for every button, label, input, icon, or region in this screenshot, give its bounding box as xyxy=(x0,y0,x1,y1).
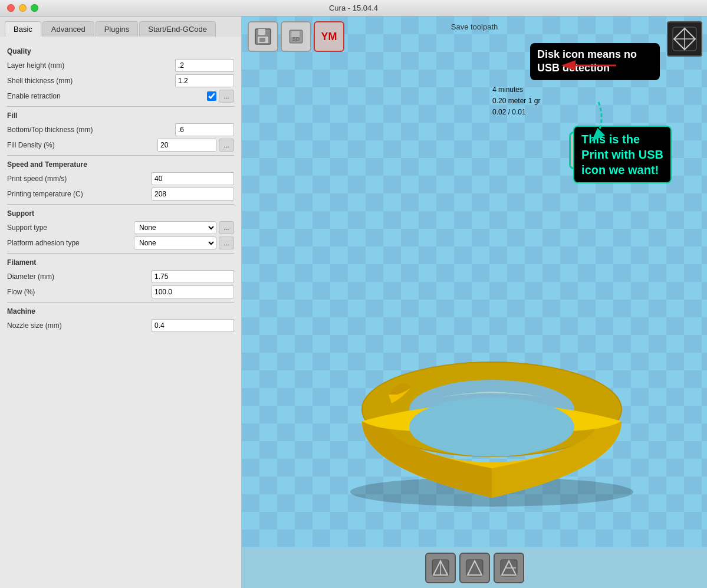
nozzle-size-input[interactable] xyxy=(152,319,234,332)
view-btn-1[interactable] xyxy=(425,553,456,583)
flow-row: Flow (%) xyxy=(7,285,234,298)
close-button[interactable] xyxy=(7,4,15,12)
tab-plugins[interactable]: Plugins xyxy=(96,21,139,37)
titlebar: Cura - 15.04.4 xyxy=(0,0,707,17)
3d-ring-object xyxy=(321,285,663,511)
enable-retraction-label: Enable retraction xyxy=(7,92,207,100)
left-panel: Basic Advanced Plugins Start/End-GCode Q… xyxy=(0,17,242,588)
tab-advanced[interactable]: Advanced xyxy=(42,21,94,37)
print-info-time: 4 minutes xyxy=(492,84,540,96)
nozzle-size-label: Nozzle size (mm) xyxy=(7,321,152,330)
save-toolpath-label: Save toolpath xyxy=(451,22,498,31)
print-speed-row: Print speed (mm/s) xyxy=(7,172,234,185)
fill-section-header: Fill xyxy=(7,111,234,120)
platform-adhesion-label: Platform adhesion type xyxy=(7,239,134,247)
app-title: Cura - 15.04.4 xyxy=(329,4,378,12)
support-type-more-btn[interactable]: ... xyxy=(219,221,234,234)
layer-height-input[interactable] xyxy=(175,59,234,72)
minimize-button[interactable] xyxy=(19,4,27,12)
platform-adhesion-select[interactable]: None Brim Raft xyxy=(134,236,216,249)
filament-section-header: Filament xyxy=(7,258,234,267)
fill-density-label: Fill Density (%) xyxy=(7,141,157,149)
save-file-button[interactable] xyxy=(248,21,278,52)
maximize-button[interactable] xyxy=(31,4,38,12)
printing-temperature-row: Printing temperature (C) xyxy=(7,188,234,201)
platform-adhesion-more-btn[interactable]: ... xyxy=(219,236,234,249)
dashed-arrow-annotation xyxy=(575,99,622,148)
print-info-ratio: 0.02 / 0.01 xyxy=(492,107,540,118)
print-speed-label: Print speed (mm/s) xyxy=(7,175,152,183)
print-info-material: 0.20 meter 1 gr xyxy=(492,96,540,107)
support-section-header: Support xyxy=(7,209,234,218)
machine-section-header: Machine xyxy=(7,307,234,316)
tab-basic[interactable]: Basic xyxy=(5,21,41,37)
printing-temperature-label: Printing temperature (C) xyxy=(7,190,152,198)
diameter-input[interactable] xyxy=(152,270,234,283)
svg-rect-3 xyxy=(259,38,265,42)
quality-section-header: Quality xyxy=(7,47,234,55)
right-panel: Save toolpath SD YM xyxy=(242,17,707,588)
printing-temperature-input[interactable] xyxy=(152,188,234,201)
svg-point-25 xyxy=(409,398,574,456)
support-type-row: Support type None Touching buildplate Ev… xyxy=(7,221,234,234)
window-controls xyxy=(7,4,38,12)
flow-input[interactable] xyxy=(152,285,234,298)
settings-panel: Quality Layer height (mm) Shell thicknes… xyxy=(0,37,241,588)
support-type-select[interactable]: None Touching buildplate Everywhere xyxy=(134,221,216,234)
svg-rect-1 xyxy=(258,29,265,35)
print-info: 4 minutes 0.20 meter 1 gr 0.02 / 0.01 xyxy=(492,84,540,119)
diameter-row: Diameter (mm) xyxy=(7,270,234,283)
fill-density-input[interactable] xyxy=(157,139,216,152)
diameter-label: Diameter (mm) xyxy=(7,272,152,281)
layer-height-label: Layer height (mm) xyxy=(7,61,175,70)
platform-adhesion-row: Platform adhesion type None Brim Raft ..… xyxy=(7,236,234,249)
bottom-toolbar xyxy=(242,548,707,588)
tab-start-end-gcode[interactable]: Start/End-GCode xyxy=(139,21,216,37)
view-btn-2[interactable] xyxy=(459,553,490,583)
corner-logo xyxy=(667,21,702,57)
shell-thickness-input[interactable] xyxy=(175,74,234,87)
save-to-sd-button[interactable]: SD xyxy=(281,21,311,52)
flow-label: Flow (%) xyxy=(7,288,152,296)
support-type-label: Support type xyxy=(7,224,134,232)
tabs-container: Basic Advanced Plugins Start/End-GCode xyxy=(0,17,241,37)
bottom-top-thickness-label: Bottom/Top thickness (mm) xyxy=(7,126,175,134)
red-arrow-annotation xyxy=(554,57,619,76)
print-speed-input[interactable] xyxy=(152,172,234,185)
shell-thickness-row: Shell thickness (mm) xyxy=(7,74,234,87)
enable-retraction-checkbox[interactable] xyxy=(207,91,216,101)
view-btn-3[interactable] xyxy=(494,553,524,583)
enable-retraction-more-btn[interactable]: ... xyxy=(219,90,234,103)
svg-text:SD: SD xyxy=(292,36,300,42)
fill-density-more-btn[interactable]: ... xyxy=(219,139,234,152)
fill-density-row: Fill Density (%) ... xyxy=(7,139,234,152)
bottom-top-thickness-row: Bottom/Top thickness (mm) xyxy=(7,123,234,136)
layer-height-row: Layer height (mm) xyxy=(7,59,234,72)
main-layout: Basic Advanced Plugins Start/End-GCode Q… xyxy=(0,17,707,588)
3d-viewport[interactable] xyxy=(242,17,707,547)
ym-button[interactable]: YM xyxy=(314,21,344,52)
shell-thickness-label: Shell thickness (mm) xyxy=(7,77,175,85)
speed-temp-section-header: Speed and Temperature xyxy=(7,160,234,169)
enable-retraction-row: Enable retraction ... xyxy=(7,90,234,103)
bottom-top-thickness-input[interactable] xyxy=(175,123,234,136)
nozzle-size-row: Nozzle size (mm) xyxy=(7,319,234,332)
